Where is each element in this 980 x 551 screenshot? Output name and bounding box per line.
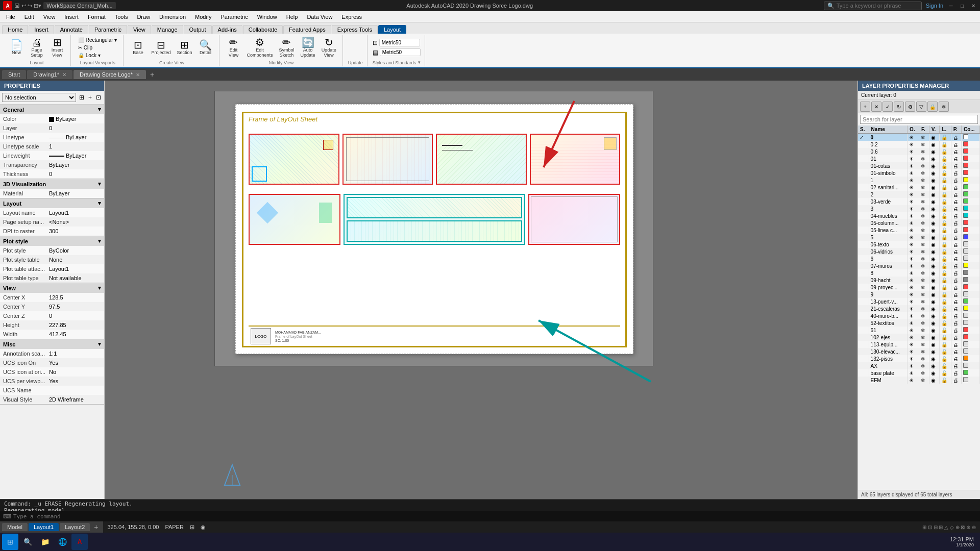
layer-color-cell[interactable] [961, 284, 979, 291]
layer-row[interactable]: EFM ☀ ❄ ◉ 🔓 🖨 [858, 377, 980, 384]
layer-btn-delete[interactable]: ✕ [871, 102, 881, 112]
layer-vp-cell[interactable]: ◉ [929, 305, 940, 312]
ribbon-btn-insertview[interactable]: ⊞ InsertView [48, 36, 66, 59]
layer-row[interactable]: 05-column... ☀ ❄ ◉ 🔓 🖨 [858, 219, 980, 227]
taskbar-autocad-btn[interactable]: A [71, 534, 88, 550]
layer-color-cell[interactable] [961, 248, 979, 255]
layer-on-cell[interactable]: ☀ [908, 248, 919, 255]
layer-vp-cell[interactable]: ◉ [929, 212, 940, 219]
menu-parametric[interactable]: Parametric [216, 13, 252, 21]
layer-row[interactable]: 06-texto ☀ ❄ ◉ 🔓 🖨 [858, 241, 980, 248]
prop-section-plotstyle-header[interactable]: Plot style ▾ [0, 236, 104, 246]
layer-freeze-cell[interactable]: ❄ [919, 291, 929, 298]
layer-row[interactable]: 09-hacht ☀ ❄ ◉ 🔓 🖨 [858, 277, 980, 284]
layer-plot-cell[interactable]: 🖨 [951, 277, 961, 284]
layer-vp-cell[interactable]: ◉ [929, 377, 940, 384]
layer-freeze-cell[interactable]: ❄ [919, 377, 929, 384]
layer-vp-cell[interactable]: ◉ [929, 319, 940, 327]
taskbar-start-btn[interactable]: ⊞ [2, 534, 18, 550]
layer-on-cell[interactable]: ☀ [908, 298, 919, 305]
tab-annotate[interactable]: Annotate [55, 25, 88, 34]
layer-plot-cell[interactable]: 🖨 [951, 284, 961, 291]
ribbon-btn-new[interactable]: 📄 New [7, 39, 26, 56]
layer-freeze-cell[interactable]: ❄ [919, 305, 929, 312]
layer-lock-cell[interactable]: 🔓 [940, 334, 951, 341]
layer-color-cell[interactable] [961, 141, 979, 148]
layer-color-cell[interactable] [961, 377, 979, 384]
layer-row[interactable]: 2 ☀ ❄ ◉ 🔓 🖨 [858, 191, 980, 198]
vp-thumb-1[interactable] [249, 134, 339, 185]
layer-plot-cell[interactable]: 🖨 [951, 312, 961, 319]
layer-on-cell[interactable]: ☀ [908, 312, 919, 319]
layer-vp-cell[interactable]: ◉ [929, 191, 940, 198]
layer-lock-cell[interactable]: 🔓 [940, 319, 951, 327]
layer-plot-cell[interactable]: 🖨 [951, 305, 961, 312]
layer-vp-cell[interactable]: ◉ [929, 234, 940, 241]
tab-start[interactable]: Start [2, 70, 26, 79]
ribbon-btn-autoupdate[interactable]: 🔄 AutoUpdate [299, 36, 317, 59]
layer-freeze-cell[interactable]: ❄ [919, 284, 929, 291]
layer-freeze-cell[interactable]: ❄ [919, 319, 929, 327]
layer-row[interactable]: 21-escaleras ☀ ❄ ◉ 🔓 🖨 [858, 305, 980, 312]
layer-vp-cell[interactable]: ◉ [929, 262, 940, 269]
layer-btn-current[interactable]: ✓ [883, 102, 893, 112]
selection-icon-2[interactable]: + [87, 93, 93, 102]
layer-on-cell[interactable]: ☀ [908, 241, 919, 248]
layer-row[interactable]: 02-sanitari... ☀ ❄ ◉ 🔓 🖨 [858, 184, 980, 191]
layer-freeze-cell[interactable]: ❄ [919, 212, 929, 219]
layer-vp-cell[interactable]: ◉ [929, 155, 940, 162]
styles-expand-icon[interactable]: ▾ [418, 60, 421, 65]
layer-row[interactable]: 113-equip... ☀ ❄ ◉ 🔓 🖨 [858, 341, 980, 348]
layer-btn-new[interactable]: + [860, 102, 870, 112]
layer-plot-cell[interactable]: 🖨 [951, 348, 961, 355]
layer-freeze-cell[interactable]: ❄ [919, 369, 929, 377]
layer-on-cell[interactable]: ☀ [908, 227, 919, 234]
search-input[interactable] [837, 3, 918, 9]
layer-vp-cell[interactable]: ◉ [929, 134, 940, 141]
new-tab-btn[interactable]: + [147, 69, 157, 80]
layer-row[interactable]: 3 ☀ ❄ ◉ 🔓 🖨 [858, 205, 980, 212]
layer-color-cell[interactable] [961, 277, 979, 284]
layer-lock-cell[interactable]: 🔓 [940, 348, 951, 355]
layer-plot-cell[interactable]: 🖨 [951, 162, 961, 169]
layer-on-cell[interactable]: ☀ [908, 162, 919, 169]
workspace-selector[interactable]: WorkSpace Genral_Moh... [43, 2, 115, 9]
layer-on-cell[interactable]: ☀ [908, 219, 919, 227]
prop-section-layout-header[interactable]: Layout ▾ [0, 198, 104, 208]
ribbon-btn-clip[interactable]: ✂ Clip [76, 44, 119, 51]
layer-row[interactable]: 05-linea c... ☀ ❄ ◉ 🔓 🖨 [858, 227, 980, 234]
layer-color-cell[interactable] [961, 169, 979, 177]
layer-freeze-cell[interactable]: ❄ [919, 169, 929, 177]
ribbon-btn-lock[interactable]: 🔒 Lock ▾ [76, 52, 119, 59]
layer-color-cell[interactable] [961, 205, 979, 212]
menu-view[interactable]: View [39, 13, 60, 21]
layer-plot-cell[interactable]: 🖨 [951, 262, 961, 269]
layer-lock-cell[interactable]: 🔓 [940, 227, 951, 234]
layer-lock-cell[interactable]: 🔓 [940, 169, 951, 177]
layer-color-cell[interactable] [961, 334, 979, 341]
menu-window[interactable]: Window [253, 13, 281, 21]
tab-home[interactable]: Home [2, 25, 28, 34]
prop-section-3dviz-header[interactable]: 3D Visualization ▾ [0, 179, 104, 189]
taskbar-chrome-btn[interactable]: 🌐 [54, 534, 70, 550]
layer-plot-cell[interactable]: 🖨 [951, 291, 961, 298]
scale-dropdown-2[interactable]: Metric50 [380, 48, 421, 56]
menu-modify[interactable]: Modify [191, 13, 215, 21]
layer-row[interactable]: 102-ejes ☀ ❄ ◉ 🔓 🖨 [858, 334, 980, 341]
layer-row[interactable]: 8 ☀ ❄ ◉ 🔓 🖨 [858, 269, 980, 277]
layer-color-cell[interactable] [961, 319, 979, 327]
layer-plot-cell[interactable]: 🖨 [951, 219, 961, 227]
layer-on-cell[interactable]: ☀ [908, 155, 919, 162]
layer-row[interactable]: base plate ☀ ❄ ◉ 🔓 🖨 [858, 369, 980, 377]
layer-color-cell[interactable] [961, 312, 979, 319]
layer-row[interactable]: 132-pisos ☀ ❄ ◉ 🔓 🖨 [858, 355, 980, 362]
layer-on-cell[interactable]: ☀ [908, 319, 919, 327]
tab-expresstools[interactable]: Express Tools [332, 25, 378, 34]
layer-row[interactable]: 06-vidrios ☀ ❄ ◉ 🔓 🖨 [858, 248, 980, 255]
grid-btn[interactable]: ⊞ [190, 524, 194, 531]
layer-plot-cell[interactable]: 🖨 [951, 377, 961, 384]
layer-color-cell[interactable] [961, 234, 979, 241]
menu-format[interactable]: Format [84, 13, 110, 21]
layer-btn-filter[interactable]: ▽ [916, 102, 926, 112]
layer-plot-cell[interactable]: 🖨 [951, 155, 961, 162]
